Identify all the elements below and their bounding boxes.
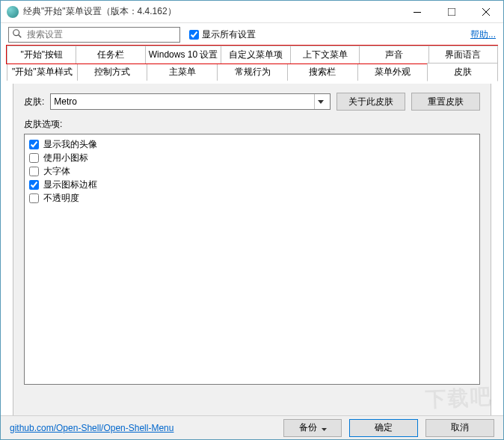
skin-option-2[interactable]: 大字体 <box>29 164 475 178</box>
search-input[interactable] <box>25 28 176 40</box>
tab-2-4[interactable]: 搜索栏 <box>287 63 358 81</box>
tab-2-3[interactable]: 常规行为 <box>217 63 288 81</box>
chevron-down-icon <box>314 94 327 109</box>
tab-row-1: "开始"按钮任务栏Windows 10 设置自定义菜单项上下文菜单声音界面语言 <box>7 46 497 63</box>
skin-panel: 皮肤: Metro 关于此皮肤 重置皮肤 皮肤选项: 显示我的头像使用小图标大字… <box>13 84 491 420</box>
show-all-checkbox-wrap[interactable]: 显示所有设置 <box>189 28 256 41</box>
about-skin-button[interactable]: 关于此皮肤 <box>336 93 405 111</box>
tab-1-4[interactable]: 上下文菜单 <box>290 46 360 63</box>
window-title: 经典"开始"菜单设置（版本：4.4.162） <box>23 5 400 18</box>
show-all-label: 显示所有设置 <box>202 28 256 41</box>
help-link[interactable]: 帮助... <box>470 28 496 41</box>
skin-option-0[interactable]: 显示我的头像 <box>29 137 475 151</box>
tab-1-3[interactable]: 自定义菜单项 <box>221 46 290 63</box>
backup-button[interactable]: 备份 <box>283 419 342 437</box>
tab-1-6[interactable]: 界面语言 <box>428 46 498 63</box>
skin-option-3[interactable]: 显示图标边框 <box>29 178 475 191</box>
close-button[interactable] <box>469 1 503 22</box>
skin-dropdown-value: Metro <box>54 96 314 107</box>
app-icon <box>7 6 19 18</box>
skin-option-label: 显示图标边框 <box>43 179 97 191</box>
skin-select-row: 皮肤: Metro 关于此皮肤 重置皮肤 <box>24 93 480 111</box>
svg-marker-6 <box>318 100 324 104</box>
svg-point-4 <box>13 29 19 35</box>
skin-label: 皮肤: <box>24 96 44 108</box>
skin-option-checkbox[interactable] <box>29 140 39 149</box>
skin-option-checkbox[interactable] <box>29 180 39 190</box>
svg-marker-7 <box>322 428 327 431</box>
tab-area: "开始"按钮任务栏Windows 10 设置自定义菜单项上下文菜单声音界面语言 … <box>1 46 503 420</box>
minimize-button[interactable] <box>400 1 434 22</box>
titlebar: 经典"开始"菜单设置（版本：4.4.162） <box>1 1 503 23</box>
skin-dropdown[interactable]: Metro <box>50 93 331 110</box>
tab-1-2[interactable]: Windows 10 设置 <box>145 46 222 63</box>
tab-1-5[interactable]: 声音 <box>359 46 428 63</box>
skin-option-label: 大字体 <box>43 165 70 178</box>
skin-option-checkbox[interactable] <box>29 193 39 203</box>
backup-button-label: 备份 <box>299 421 317 434</box>
search-icon <box>12 28 25 41</box>
chevron-down-icon <box>322 423 327 433</box>
bottom-button-group: 备份 确定 取消 <box>283 419 494 437</box>
tab-2-6[interactable]: 皮肤 <box>427 63 498 81</box>
ok-button[interactable]: 确定 <box>349 419 418 437</box>
maximize-button[interactable] <box>434 1 469 22</box>
tab-2-5[interactable]: 菜单外观 <box>357 63 428 81</box>
skin-option-label: 不透明度 <box>43 192 79 205</box>
skin-option-checkbox[interactable] <box>29 153 39 163</box>
tab-1-0[interactable]: "开始"按钮 <box>7 46 76 63</box>
bottom-bar: github.com/Open-Shell/Open-Shell-Menu 备份… <box>1 415 503 439</box>
window-control-group <box>400 1 503 22</box>
svg-rect-1 <box>448 8 455 16</box>
reset-skin-button[interactable]: 重置皮肤 <box>411 93 480 111</box>
skin-option-label: 使用小图标 <box>43 152 88 164</box>
skin-option-label: 显示我的头像 <box>43 138 97 151</box>
toolbar-row: 显示所有设置 帮助... <box>1 23 503 46</box>
skin-options-label: 皮肤选项: <box>24 118 480 131</box>
skin-option-4[interactable]: 不透明度 <box>29 191 475 205</box>
tab-row-2: "开始"菜单样式控制方式主菜单常规行为搜索栏菜单外观皮肤 <box>7 63 497 81</box>
skin-option-checkbox[interactable] <box>29 167 39 176</box>
cancel-button[interactable]: 取消 <box>425 419 494 437</box>
tab-1-1[interactable]: 任务栏 <box>76 46 145 63</box>
skin-option-1[interactable]: 使用小图标 <box>29 151 475 164</box>
skin-options-list: 显示我的头像使用小图标大字体显示图标边框不透明度 <box>24 134 480 385</box>
show-all-checkbox[interactable] <box>189 30 199 40</box>
tab-2-1[interactable]: 控制方式 <box>77 63 148 81</box>
svg-rect-0 <box>414 12 421 13</box>
github-link[interactable]: github.com/Open-Shell/Open-Shell-Menu <box>10 423 173 433</box>
svg-line-5 <box>19 34 22 37</box>
tab-2-2[interactable]: 主菜单 <box>147 63 218 81</box>
tab-2-0[interactable]: "开始"菜单样式 <box>7 63 78 81</box>
search-field-wrap[interactable] <box>8 27 180 43</box>
